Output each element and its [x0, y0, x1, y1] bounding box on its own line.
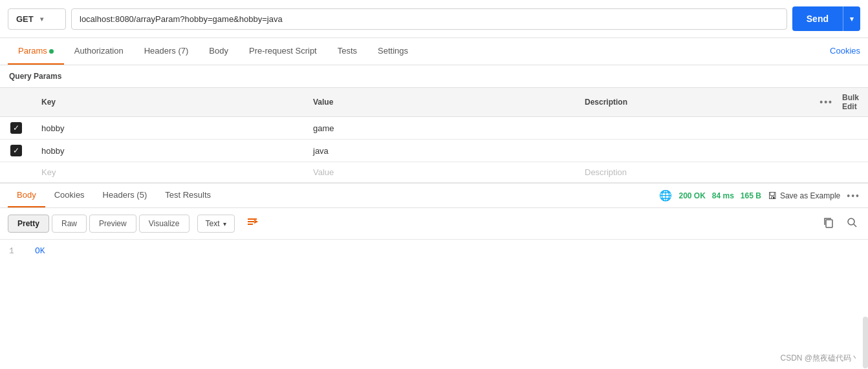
placeholder-value[interactable]: Value — [304, 162, 576, 183]
bulk-edit-button[interactable]: Bulk Edit — [842, 93, 859, 111]
status-badge: 200 OK — [678, 191, 705, 200]
scrollbar[interactable] — [863, 317, 868, 368]
copy-button[interactable] — [820, 214, 837, 233]
th-check — [0, 88, 32, 117]
view-preview-button[interactable]: Preview — [89, 215, 136, 233]
row2-checkbox[interactable]: ✓ — [10, 145, 22, 156]
svg-point-4 — [848, 218, 854, 225]
response-line-1: OK — [35, 246, 45, 256]
table-row: ✓ hobby game — [0, 117, 868, 140]
placeholder-key[interactable]: Key — [32, 162, 304, 183]
response-tab-headers[interactable]: Headers (5) — [94, 184, 157, 207]
view-visualize-button[interactable]: Visualize — [139, 215, 190, 233]
tab-settings[interactable]: Settings — [367, 38, 418, 65]
svg-line-5 — [854, 224, 856, 227]
url-bar: GET ▾ Send ▾ — [0, 0, 868, 38]
search-button[interactable] — [843, 214, 860, 233]
query-params-label: Query Params — [0, 65, 868, 87]
line-number-1: 1 — [9, 246, 28, 256]
tab-headers[interactable]: Headers (7) — [134, 38, 199, 65]
checkmark-icon: ✓ — [13, 124, 19, 132]
placeholder-check — [0, 162, 32, 183]
th-more: ••• Bulk Edit — [810, 88, 868, 117]
placeholder-desc[interactable]: Description — [576, 162, 810, 183]
row1-check-cell: ✓ — [0, 117, 32, 140]
tab-prerequest[interactable]: Pre-request Script — [239, 38, 327, 65]
th-value: Value — [304, 88, 576, 117]
toolbar-right-icons — [820, 214, 860, 233]
wrap-lines-button[interactable] — [241, 213, 263, 234]
format-chevron-icon: ▾ — [223, 220, 226, 227]
row2-key[interactable]: hobby — [32, 140, 304, 162]
response-tab-testresults[interactable]: Test Results — [156, 184, 220, 207]
view-raw-button[interactable]: Raw — [52, 215, 87, 233]
tab-params[interactable]: Params — [8, 38, 64, 65]
table-more-icon[interactable]: ••• — [819, 97, 833, 107]
th-key: Key — [32, 88, 304, 117]
row2-value[interactable]: java — [304, 140, 576, 162]
params-table: Key Value Description ••• Bulk Edit ✓ ho… — [0, 87, 868, 183]
save-example-button[interactable]: 🖫 Save as Example — [768, 191, 840, 201]
response-tab-cookies[interactable]: Cookies — [45, 184, 94, 207]
send-arrow-icon[interactable]: ▾ — [843, 9, 860, 29]
params-table-header: Key Value Description ••• Bulk Edit — [0, 88, 868, 117]
th-description: Description — [576, 88, 810, 117]
method-label: GET — [16, 14, 34, 24]
save-icon: 🖫 — [768, 191, 777, 201]
row2-check-cell: ✓ — [0, 140, 32, 162]
params-dot — [49, 49, 54, 54]
response-content: 1OK — [0, 240, 868, 262]
svg-rect-3 — [826, 220, 832, 227]
response-time: 84 ms — [712, 191, 734, 200]
response-more-icon[interactable]: ••• — [847, 191, 860, 201]
placeholder-more — [810, 162, 868, 183]
send-button[interactable]: Send ▾ — [792, 6, 860, 31]
row1-value[interactable]: game — [304, 117, 576, 140]
request-tabs-bar: Params Authorization Headers (7) Body Pr… — [0, 38, 868, 65]
tab-body[interactable]: Body — [199, 38, 239, 65]
checkmark-icon: ✓ — [13, 147, 19, 154]
response-tab-body[interactable]: Body — [8, 184, 45, 207]
send-label: Send — [792, 8, 843, 30]
row1-checkbox[interactable]: ✓ — [10, 122, 22, 134]
row2-description[interactable] — [576, 140, 810, 162]
method-select[interactable]: GET ▾ — [8, 8, 66, 30]
row2-more — [810, 140, 868, 162]
params-placeholder-row: Key Value Description — [0, 162, 868, 183]
format-select[interactable]: Text ▾ — [197, 215, 235, 233]
method-chevron-icon: ▾ — [40, 16, 43, 23]
response-status-area: 🌐 200 OK 84 ms 165 B 🖫 Save as Example •… — [659, 189, 860, 202]
response-size: 165 B — [741, 191, 761, 200]
tab-cookies[interactable]: Cookies — [819, 38, 860, 65]
response-body-toolbar: Pretty Raw Preview Visualize Text ▾ — [0, 208, 868, 240]
row1-key[interactable]: hobby — [32, 117, 304, 140]
watermark: CSDN @熬夜磕代码丶 — [780, 353, 859, 364]
url-input[interactable] — [71, 8, 787, 30]
row1-more — [810, 117, 868, 140]
row1-description[interactable] — [576, 117, 810, 140]
response-tabs-bar: Body Cookies Headers (5) Test Results 🌐 … — [0, 183, 868, 208]
globe-icon: 🌐 — [659, 189, 672, 202]
tab-tests[interactable]: Tests — [327, 38, 367, 65]
tab-authorization[interactable]: Authorization — [64, 38, 134, 65]
table-row: ✓ hobby java — [0, 140, 868, 162]
view-pretty-button[interactable]: Pretty — [8, 215, 49, 233]
